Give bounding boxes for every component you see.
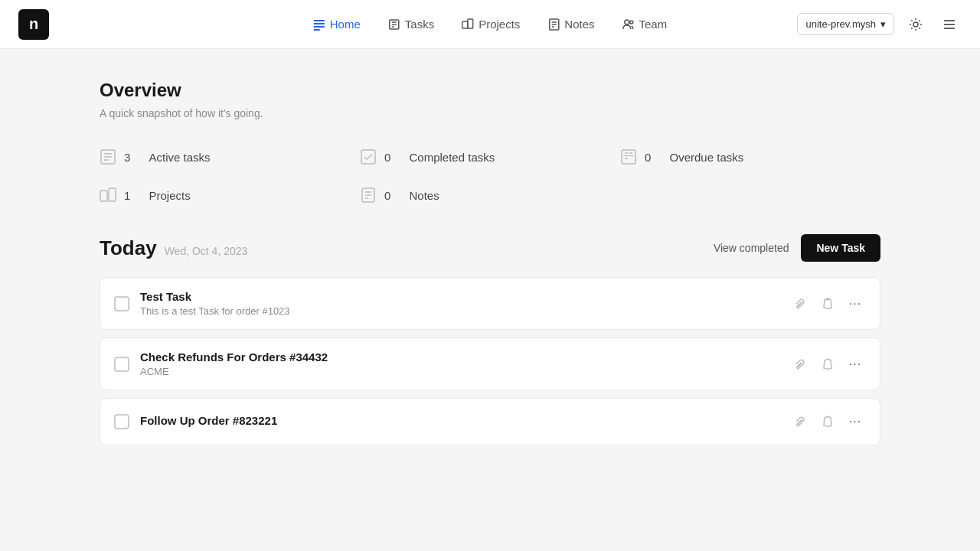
nav-notes[interactable]: Notes [537, 11, 605, 37]
task-shopify-icon[interactable] [817, 354, 838, 375]
task-title: Follow Up Order #823221 [140, 414, 779, 427]
active-tasks-icon [100, 148, 116, 165]
task-more-button[interactable]: ··· [844, 411, 866, 432]
nav-right: unite-prev.mysh ▾ [797, 12, 962, 37]
task-row: Check Refunds For Orders #34432 ACME ··· [100, 337, 880, 390]
task-subtitle: ACME [140, 366, 779, 377]
overview-section: Overview A quick snapshot of how it's go… [100, 80, 880, 211]
nav-team[interactable]: Team [612, 11, 678, 37]
navbar: n Home Tasks Projects Notes Team unite [0, 0, 980, 49]
nav-projects[interactable]: Projects [451, 11, 531, 37]
svg-rect-2 [314, 26, 325, 28]
overdue-tasks-label: Overdue tasks [670, 151, 744, 164]
nav-team-label: Team [639, 18, 668, 31]
task-info: Follow Up Order #823221 [140, 414, 779, 429]
overdue-tasks-count: 0 [645, 151, 651, 164]
team-icon [622, 18, 635, 31]
nav-tasks-label: Tasks [405, 18, 434, 31]
svg-point-14 [625, 20, 629, 24]
projects-count: 1 [124, 189, 130, 202]
task-checkbox[interactable] [114, 414, 129, 429]
completed-tasks-icon [360, 148, 377, 165]
completed-tasks-label: Completed tasks [410, 151, 495, 164]
overdue-tasks-icon [620, 148, 637, 165]
overview-subtitle: A quick snapshot of how it's going. [100, 107, 880, 119]
svg-rect-9 [468, 19, 473, 28]
svg-rect-8 [462, 21, 468, 28]
nav-tasks[interactable]: Tasks [377, 11, 445, 37]
task-info: Test Task This is a test Task for order … [140, 290, 779, 317]
stat-completed-tasks: 0 Completed tasks [360, 141, 620, 173]
workspace-name: unite-prev.mysh [805, 18, 876, 30]
home-icon [313, 18, 325, 31]
svg-rect-28 [623, 155, 634, 156]
projects-label: Projects [149, 189, 191, 202]
task-attachment-icon[interactable] [789, 293, 811, 315]
workspace-selector[interactable]: unite-prev.mysh ▾ [797, 13, 894, 35]
task-checkbox[interactable] [114, 296, 129, 311]
today-actions: View completed New Task [714, 234, 880, 262]
task-attachment-icon[interactable] [789, 354, 811, 375]
notes-icon [547, 18, 560, 31]
settings-button[interactable] [903, 12, 928, 37]
stats-grid-row2: 1 Projects 0 Notes [100, 179, 880, 211]
menu-button[interactable] [937, 12, 962, 37]
svg-rect-0 [314, 20, 325, 21]
svg-rect-25 [622, 150, 635, 164]
today-header: Today Wed, Oct 4, 2023 View completed Ne… [100, 234, 880, 262]
app-logo: n [18, 9, 49, 40]
task-more-button[interactable]: ··· [844, 293, 866, 315]
task-shopify-icon[interactable] [817, 411, 838, 432]
nav-notes-label: Notes [564, 18, 594, 31]
projects-icon [462, 18, 474, 31]
task-shopify-icon[interactable] [817, 293, 838, 315]
stats-grid-row1: 3 Active tasks 0 Completed tasks 0 Overd… [100, 141, 880, 173]
notes-stat-icon [360, 187, 377, 204]
notes-count: 0 [384, 189, 390, 202]
new-task-button[interactable]: New Task [801, 234, 880, 262]
svg-rect-30 [100, 191, 107, 201]
active-tasks-count: 3 [124, 151, 130, 164]
tasks-icon [388, 18, 400, 31]
task-subtitle: This is a test Task for order #1023 [140, 305, 779, 317]
task-actions: ··· [789, 411, 866, 432]
notes-label: Notes [410, 189, 439, 202]
main-content: Overview A quick snapshot of how it's go… [69, 49, 911, 445]
stat-notes: 0 Notes [360, 179, 620, 211]
task-title: Check Refunds For Orders #34432 [140, 350, 779, 364]
nav-links: Home Tasks Projects Notes Team [302, 11, 678, 37]
task-row: Test Task This is a test Task for order … [100, 277, 880, 330]
stat-projects: 1 Projects [100, 179, 360, 211]
svg-point-16 [913, 22, 918, 27]
stat-active-tasks: 3 Active tasks [100, 141, 360, 173]
projects-stat-icon [100, 187, 116, 204]
stat-overdue-tasks: 0 Overdue tasks [620, 141, 880, 173]
nav-home-label: Home [330, 18, 361, 31]
hamburger-icon [942, 17, 957, 32]
completed-tasks-count: 0 [384, 151, 390, 164]
task-title: Test Task [140, 290, 779, 303]
today-date: Wed, Oct 4, 2023 [165, 245, 248, 257]
svg-point-15 [630, 21, 633, 24]
task-actions: ··· [789, 293, 866, 315]
task-info: Check Refunds For Orders #34432 ACME [140, 350, 779, 377]
today-title: Today [100, 236, 157, 260]
svg-rect-24 [361, 150, 375, 164]
svg-rect-3 [314, 29, 320, 31]
nav-projects-label: Projects [479, 18, 520, 31]
active-tasks-label: Active tasks [149, 151, 211, 164]
task-checkbox[interactable] [114, 357, 129, 372]
gear-icon [908, 17, 923, 32]
nav-home[interactable]: Home [302, 11, 371, 37]
svg-rect-1 [314, 23, 325, 24]
task-actions: ··· [789, 354, 866, 375]
task-row: Follow Up Order #823221 ··· [100, 398, 880, 445]
today-section: Today Wed, Oct 4, 2023 View completed Ne… [100, 234, 880, 445]
view-completed-button[interactable]: View completed [714, 242, 789, 254]
today-title-group: Today Wed, Oct 4, 2023 [100, 236, 247, 260]
overview-title: Overview [100, 80, 880, 101]
workspace-chevron-icon: ▾ [880, 18, 886, 30]
task-more-button[interactable]: ··· [844, 354, 866, 375]
task-attachment-icon[interactable] [789, 411, 811, 432]
svg-rect-31 [109, 188, 116, 201]
